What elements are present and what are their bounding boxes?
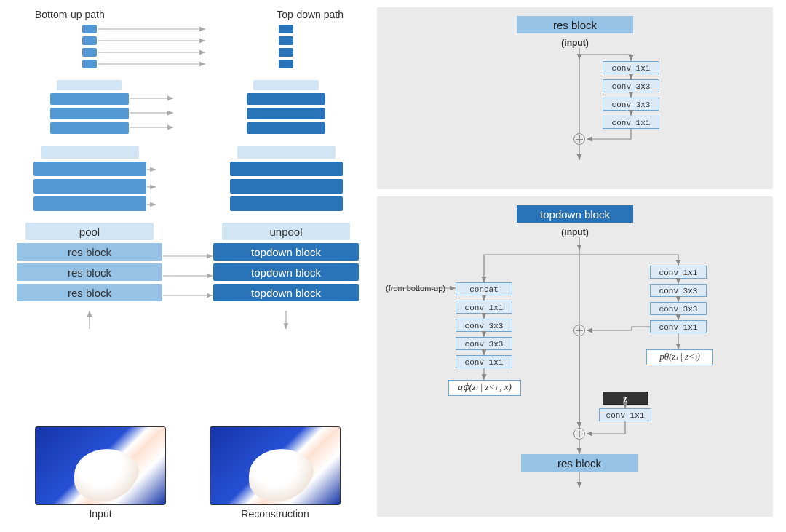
td-resblock: res block — [521, 454, 638, 472]
td-right-op: conv 3x3 — [650, 302, 707, 315]
td-right-op: conv 3x3 — [650, 284, 707, 297]
td-left-op: conv 1x1 — [456, 355, 512, 368]
caption-reconstruction: Reconstruction — [210, 508, 341, 520]
caption-input: Input — [35, 508, 166, 520]
input-image — [35, 426, 166, 505]
topdown-block-title: topdown block — [517, 205, 633, 223]
res-block-title: res block — [517, 16, 633, 33]
res-block-panel: res block (input) conv 1x1 conv 3x3 conv… — [377, 7, 773, 189]
td-left-op: conv 3x3 — [456, 319, 512, 332]
resblock-op: conv 1x1 — [603, 116, 659, 129]
topdown-block-panel: topdown block (input) (from bottom-up) c… — [377, 196, 773, 517]
architecture-diagram: Bottom-up path Top-down path — [13, 7, 362, 525]
res-block-layer: res block — [17, 284, 162, 301]
z-conv: conv 1x1 — [599, 408, 651, 421]
add-icon — [573, 133, 585, 145]
header-bottom-up: Bottom-up path — [35, 9, 105, 20]
add-icon — [573, 428, 585, 440]
topdown-block-layer: topdown block — [213, 243, 359, 261]
td-right-op: conv 1x1 — [650, 266, 707, 279]
td-input-label: (input) — [377, 227, 773, 237]
td-left-op: concat — [456, 282, 512, 295]
topdown-block-layer: topdown block — [213, 284, 359, 301]
resblock-op: conv 3x3 — [603, 79, 659, 92]
header-top-down: Top-down path — [277, 9, 344, 20]
resblock-op: conv 1x1 — [603, 61, 659, 74]
add-icon — [573, 325, 585, 336]
q-distribution: qϕ(zᵢ | z<ᵢ , x) — [448, 380, 521, 396]
top-down-column: unpool topdown block topdown block topdo… — [210, 23, 362, 303]
pool-layer: pool — [25, 223, 154, 240]
res-block-input-label: (input) — [377, 38, 773, 48]
resblock-op: conv 3x3 — [603, 98, 659, 111]
p-distribution: pθ(zᵢ | z<ᵢ) — [646, 349, 713, 365]
bottom-up-column: pool res block res block res block — [13, 23, 166, 303]
td-right-op: conv 1x1 — [650, 320, 707, 333]
topdown-block-layer: topdown block — [213, 263, 359, 281]
z-sample: z — [603, 392, 648, 405]
td-left-op: conv 3x3 — [456, 337, 512, 350]
res-block-layer: res block — [17, 263, 162, 281]
from-bottom-up-label: (from bottom-up) — [386, 284, 445, 293]
res-block-layer: res block — [17, 243, 162, 261]
td-left-op: conv 1x1 — [456, 301, 512, 314]
unpool-layer: unpool — [222, 223, 350, 240]
reconstruction-image — [210, 426, 341, 505]
